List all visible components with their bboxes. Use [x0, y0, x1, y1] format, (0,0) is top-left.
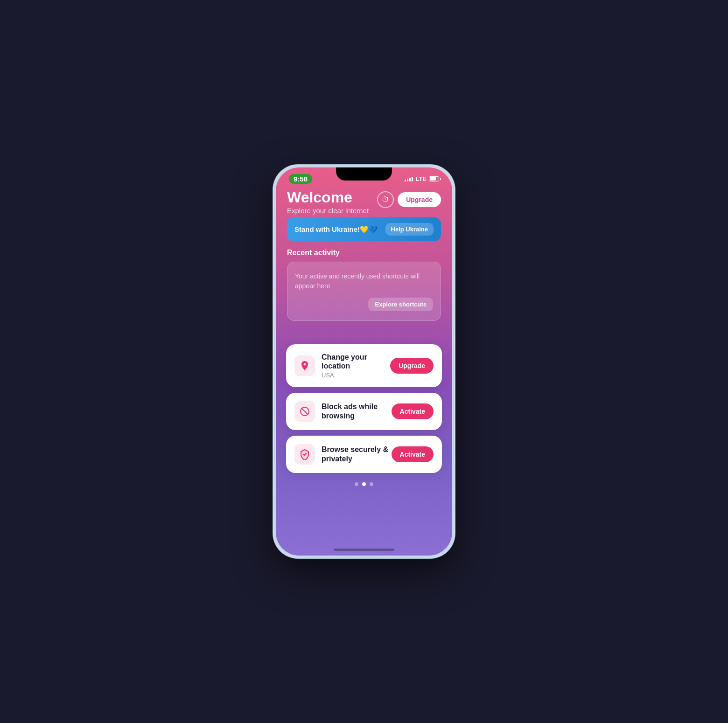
feature-location-subtitle: USA: [322, 372, 390, 379]
feature-ads-title: Block ads while browsing: [322, 402, 392, 420]
status-right: LTE: [405, 175, 439, 182]
home-indicator: [334, 549, 394, 551]
feature-ads-info: Block ads while browsing: [322, 402, 392, 420]
feature-card-location-left: Change your location USA: [294, 353, 390, 378]
upgrade-button-header[interactable]: Upgrade: [398, 192, 441, 207]
feature-location-title: Change your location: [322, 353, 390, 370]
location-icon: [294, 355, 315, 376]
ukraine-banner-text: Stand with Ukraine!💛💙: [294, 225, 378, 234]
feature-secure-info: Browse securely & privately: [322, 445, 392, 463]
signal-bar-2: [407, 179, 408, 181]
feature-location-info: Change your location USA: [322, 353, 390, 378]
feature-cards-container: Change your location USA Upgrade: [276, 344, 452, 473]
page-title: Welcome: [287, 189, 369, 206]
recent-activity-title: Recent activity: [287, 249, 441, 257]
help-ukraine-button[interactable]: Help Ukraine: [385, 223, 434, 236]
dot-1: [355, 482, 358, 486]
activity-placeholder-text: Your active and recently used shortcuts …: [295, 271, 433, 291]
battery-icon: [429, 176, 439, 181]
battery-fill: [430, 177, 436, 181]
location-upgrade-button[interactable]: Upgrade: [390, 358, 434, 374]
header-right: ⏱ Upgrade: [377, 191, 441, 208]
feature-card-secure: Browse securely & privately Activate: [286, 436, 442, 473]
feature-card-secure-left: Browse securely & privately: [294, 444, 392, 465]
dot-3: [370, 482, 373, 486]
main-content: Welcome Explore your clear internet ⏱ Up…: [276, 184, 452, 321]
status-time: 9:58: [289, 174, 312, 184]
signal-bars: [405, 177, 413, 181]
feature-card-location: Change your location USA Upgrade: [286, 344, 442, 387]
speed-icon: ⏱: [377, 191, 394, 208]
secure-icon: [294, 444, 315, 465]
signal-bar-1: [405, 180, 406, 181]
feature-card-ads: Block ads while browsing Activate: [286, 393, 442, 430]
signal-bar-3: [409, 178, 411, 181]
page-dots: [276, 482, 452, 491]
feature-card-ads-left: Block ads while browsing: [294, 401, 392, 422]
activity-card: Your active and recently used shortcuts …: [287, 262, 441, 321]
feature-secure-title: Browse securely & privately: [322, 445, 392, 463]
signal-bar-4: [412, 177, 413, 181]
svg-line-1: [301, 408, 308, 415]
phone-screen: 9:58 LTE Welcome Explore you: [276, 167, 452, 556]
header-left: Welcome Explore your clear internet: [287, 189, 369, 215]
explore-shortcuts-button[interactable]: Explore shortcuts: [368, 298, 433, 311]
ukraine-banner: Stand with Ukraine!💛💙 Help Ukraine: [287, 217, 441, 241]
notch: [336, 167, 392, 181]
status-lte: LTE: [415, 175, 427, 182]
secure-activate-button[interactable]: Activate: [392, 446, 434, 462]
page-subtitle: Explore your clear internet: [287, 207, 369, 215]
dot-2: [362, 482, 366, 486]
page-header: Welcome Explore your clear internet ⏱ Up…: [287, 189, 441, 215]
ads-activate-button[interactable]: Activate: [392, 403, 434, 419]
phone-device: 9:58 LTE Welcome Explore you: [273, 165, 455, 558]
ads-icon: [294, 401, 315, 422]
speed-icon-glyph: ⏱: [382, 195, 389, 204]
